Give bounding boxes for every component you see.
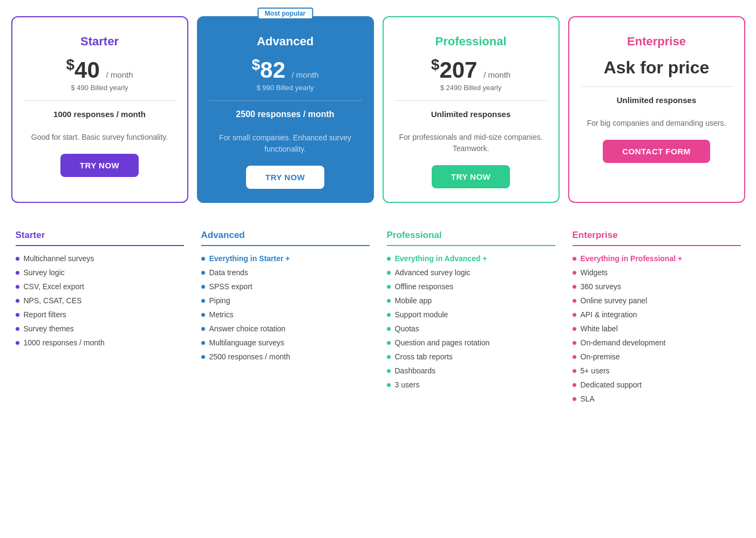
- list-item: 2500 responses / month: [201, 350, 370, 364]
- feature-bullet: [573, 271, 576, 275]
- feature-bullet: [573, 299, 576, 303]
- price-main-starter: $40 / month: [23, 57, 176, 81]
- feature-item-text: SPSS export: [209, 282, 253, 291]
- feature-col-advanced: Advanced Everything in Starter + Data tr…: [197, 230, 374, 406]
- list-item: Dashboards: [387, 364, 555, 378]
- card-responses-starter: 1000 responses / month: [23, 110, 176, 125]
- feature-item-text: API & integration: [581, 310, 637, 319]
- card-price-block-starter: $40 / month $ 490 Billed yearly: [23, 57, 176, 101]
- feature-bullet: [16, 341, 19, 345]
- card-price-block-professional: $207 / month $ 2490 Billed yearly: [394, 57, 548, 101]
- list-item: Widgets: [573, 265, 741, 280]
- most-popular-badge: Most popular: [257, 8, 313, 19]
- list-item: Multichannel surveys: [16, 251, 184, 265]
- feature-item-text: 3 users: [395, 380, 420, 389]
- feature-col-starter: Starter Multichannel surveys Survey logi…: [11, 230, 188, 406]
- list-item: Answer choice rotation: [201, 322, 370, 336]
- card-responses-advanced: 2500 responses / month: [209, 110, 362, 126]
- card-responses-professional: Unlimited responses: [394, 110, 548, 125]
- list-item: Survey themes: [16, 322, 184, 336]
- price-main-professional: $207 / month: [394, 57, 548, 81]
- list-item: 3 users: [387, 378, 555, 392]
- feature-item-text: Survey logic: [24, 268, 65, 277]
- card-description-advanced: For small companies. Enhanced survey fun…: [209, 132, 362, 155]
- feature-item-text: SLA: [581, 394, 595, 403]
- price-billed-advanced: $ 990 Billed yearly: [209, 84, 362, 92]
- feature-bullet: [573, 341, 576, 345]
- feature-bullet: [16, 285, 19, 289]
- feature-col-title-starter: Starter: [16, 230, 184, 246]
- list-item: Mobile app: [387, 294, 555, 308]
- feature-item-text: CSV, Excel export: [24, 282, 84, 291]
- feature-bullet: [573, 313, 576, 317]
- price-main-advanced: $82 / month: [209, 57, 362, 81]
- feature-item-text: Offline responses: [395, 282, 454, 291]
- feature-bullet: [16, 257, 19, 261]
- list-item: SPSS export: [201, 280, 370, 294]
- card-professional: Professional $207 / month $ 2490 Billed …: [383, 16, 560, 203]
- feature-bullet: [387, 383, 391, 387]
- price-unit-starter: / month: [106, 70, 133, 79]
- list-item: White label: [573, 322, 741, 336]
- list-item: Everything in Starter +: [201, 251, 370, 265]
- list-item: Multilanguage surveys: [201, 336, 370, 350]
- list-item: Support module: [387, 308, 555, 322]
- list-item: Advanced survey logic: [387, 265, 555, 280]
- card-price-block-enterprise: Ask for price: [580, 57, 733, 87]
- feature-list-professional: Everything in Advanced + Advanced survey…: [387, 251, 555, 392]
- feature-bullet: [387, 341, 391, 345]
- price-billed-professional: $ 2490 Billed yearly: [394, 84, 548, 92]
- list-item: Metrics: [201, 308, 370, 322]
- card-description-starter: Good for start. Basic survey functionali…: [23, 132, 176, 143]
- feature-col-title-professional: Professional: [387, 230, 555, 246]
- card-btn-professional[interactable]: TRY NOW: [432, 165, 510, 188]
- feature-bullet: [573, 285, 576, 289]
- feature-item-text: 2500 responses / month: [209, 352, 290, 361]
- price-unit-advanced: / month: [291, 70, 318, 79]
- feature-item-text: Question and pages rotation: [395, 338, 490, 347]
- feature-bullet: [201, 327, 205, 331]
- feature-item-text: Everything in Advanced +: [395, 254, 487, 263]
- list-item: Cross tab reports: [387, 350, 555, 364]
- feature-item-text: Mobile app: [395, 296, 432, 305]
- feature-bullet: [387, 313, 391, 317]
- list-item: Survey logic: [16, 265, 184, 280]
- feature-list-advanced: Everything in Starter + Data trends SPSS…: [201, 251, 370, 364]
- feature-item-text: Online survey panel: [581, 296, 648, 305]
- feature-item-text: 1000 responses / month: [24, 338, 105, 347]
- feature-bullet: [201, 355, 205, 359]
- price-billed-starter: $ 490 Billed yearly: [23, 84, 176, 92]
- feature-bullet: [387, 299, 391, 303]
- card-description-enterprise: For big companies and demanding users.: [580, 118, 733, 129]
- feature-col-enterprise: Enterprise Everything in Professional + …: [568, 230, 745, 406]
- feature-bullet: [16, 313, 19, 317]
- list-item: API & integration: [573, 308, 741, 322]
- list-item: Dedicated support: [573, 378, 741, 392]
- feature-list-starter: Multichannel surveys Survey logic CSV, E…: [16, 251, 184, 350]
- card-title-starter: Starter: [23, 30, 176, 49]
- feature-item-text: Dashboards: [395, 366, 436, 375]
- list-item: Online survey panel: [573, 294, 741, 308]
- feature-bullet: [387, 257, 391, 261]
- feature-item-text: Survey themes: [24, 324, 74, 333]
- dollar-sign: $: [431, 56, 440, 73]
- card-price-block-advanced: $82 / month $ 990 Billed yearly: [209, 57, 362, 101]
- card-advanced: Most popularAdvanced $82 / month $ 990 B…: [197, 16, 374, 203]
- feature-item-text: On-premise: [581, 352, 620, 361]
- feature-bullet: [387, 327, 391, 331]
- feature-item-text: White label: [581, 324, 618, 333]
- feature-item-text: Metrics: [209, 310, 234, 319]
- cards-row: Starter $40 / month $ 490 Billed yearly1…: [11, 16, 745, 203]
- feature-bullet: [573, 369, 576, 373]
- feature-item-text: On-demand development: [581, 338, 666, 347]
- feature-list-enterprise: Everything in Professional + Widgets 360…: [573, 251, 741, 406]
- dollar-sign: $: [252, 56, 261, 73]
- list-item: Question and pages rotation: [387, 336, 555, 350]
- card-btn-starter[interactable]: TRY NOW: [60, 154, 139, 177]
- feature-item-text: Dedicated support: [581, 380, 642, 389]
- card-btn-enterprise[interactable]: CONTACT FORM: [603, 140, 710, 163]
- card-btn-advanced[interactable]: TRY NOW: [246, 166, 325, 189]
- card-title-professional: Professional: [394, 30, 548, 49]
- list-item: Piping: [201, 294, 370, 308]
- feature-item-text: Quotas: [395, 324, 419, 333]
